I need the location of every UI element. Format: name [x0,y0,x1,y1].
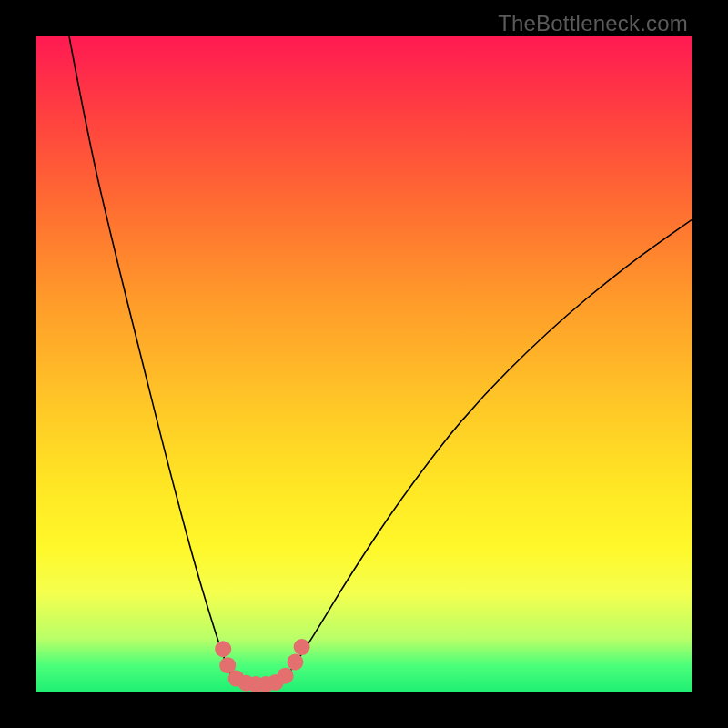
plot-area [36,36,692,692]
chart-svg [36,36,692,692]
bottleneck-curve [69,36,692,685]
chart-frame: TheBottleneck.com [0,0,728,728]
watermark-text: TheBottleneck.com [498,11,688,36]
data-marker [294,639,310,655]
data-marker [215,641,231,657]
data-marker [287,654,303,671]
data-marker [278,668,294,684]
